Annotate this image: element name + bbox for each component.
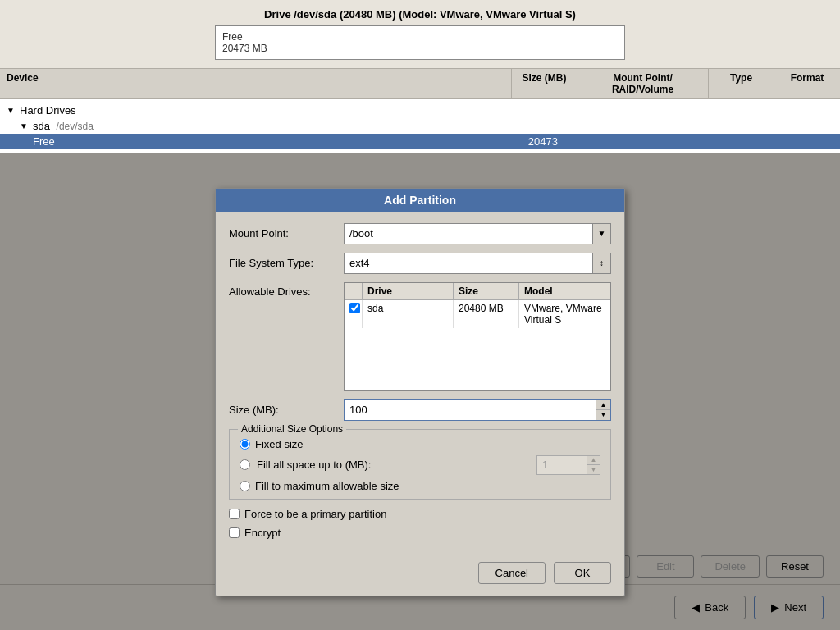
size-mb-label: Size (MB): <box>229 404 344 416</box>
drive-bar-value: 20473 MB <box>222 43 618 54</box>
expander-icon[interactable]: ▼ <box>7 106 20 115</box>
drives-col-check <box>345 283 363 299</box>
fs-type-select-container[interactable]: ext4ext3ext2xfsbtrfsswap ↕ <box>344 253 611 274</box>
hard-drives-group[interactable]: ▼ Hard Drives <box>0 103 840 118</box>
drives-table-header: Drive Size Model <box>345 283 610 300</box>
drive-checkbox[interactable] <box>349 303 360 313</box>
fill-space-input-container: 1 ▲ ▼ <box>536 455 600 475</box>
sda-row[interactable]: ▼ sda /dev/sda <box>0 118 840 134</box>
drive-name-cell: sda <box>363 300 454 328</box>
cancel-button[interactable]: Cancel <box>478 562 546 584</box>
col-size: Size (MB) <box>512 69 578 98</box>
add-partition-dialog: Add Partition Mount Point: /boot//homesw… <box>215 188 625 596</box>
fixed-size-label: Fixed size <box>255 438 304 450</box>
drive-size-cell: 20480 MB <box>454 300 519 328</box>
sda-label: sda /dev/sda <box>33 120 833 132</box>
drives-col-size: Size <box>454 283 519 299</box>
drive-bar: Free 20473 MB <box>215 25 625 60</box>
encrypt-label: Encrypt <box>244 527 281 539</box>
drives-table-body: sda 20480 MB VMware, VMware Virtual S <box>345 300 610 390</box>
force-primary-label: Force to be a primary partition <box>244 508 386 520</box>
col-format: Format <box>774 69 840 98</box>
content-area: Create Edit Delete Reset ◀ Back ▶ Next A… <box>0 153 840 630</box>
allowable-drives-label: Allowable Drives: <box>229 282 344 298</box>
additional-size-title: Additional Size Options <box>238 423 346 435</box>
mount-point-select[interactable]: /boot//homeswap <box>345 224 592 244</box>
drive-model-cell: VMware, VMware Virtual S <box>519 300 610 328</box>
size-mb-input[interactable]: 100 <box>345 400 596 420</box>
drive-bar-label: Free <box>222 31 618 43</box>
fill-space-radio[interactable] <box>240 459 250 470</box>
fixed-size-row: Fixed size <box>240 438 600 450</box>
free-size: 20473 <box>505 135 571 148</box>
col-mount: Mount Point/ RAID/Volume <box>578 69 709 98</box>
encrypt-row: Encrypt <box>229 527 611 539</box>
drive-title: Drive /dev/sda (20480 MB) (Model: VMware… <box>264 8 576 21</box>
fill-max-row: Fill to maximum allowable size <box>240 480 600 492</box>
fs-type-label: File System Type: <box>229 257 344 269</box>
fixed-size-radio[interactable] <box>240 439 250 450</box>
free-label: Free <box>33 135 505 148</box>
table-row: sda 20480 MB VMware, VMware Virtual S <box>345 300 610 328</box>
size-mb-input-container[interactable]: 100 ▲ ▼ <box>344 399 611 421</box>
hard-drives-label: Hard Drives <box>20 104 833 116</box>
partition-table-area: Device Size (MB) Mount Point/ RAID/Volum… <box>0 69 840 153</box>
dialog-footer: Cancel OK <box>216 557 624 596</box>
dialog-title: Add Partition <box>216 189 624 212</box>
mount-point-arrow-icon[interactable]: ▼ <box>592 224 610 244</box>
size-mb-down-button[interactable]: ▼ <box>596 410 610 420</box>
modal-overlay: Add Partition Mount Point: /boot//homesw… <box>0 153 840 630</box>
dialog-body: Mount Point: /boot//homeswap ▼ File Syst… <box>216 212 624 557</box>
encrypt-checkbox[interactable] <box>229 527 240 538</box>
fill-up-button: ▲ <box>587 456 600 466</box>
force-primary-checkbox[interactable] <box>229 509 240 519</box>
drives-table: Drive Size Model sda 20480 <box>344 282 611 391</box>
drive-info-panel: Drive /dev/sda (20480 MB) (Model: VMware… <box>0 0 840 69</box>
fs-type-arrow-icon[interactable]: ↕ <box>592 253 610 273</box>
table-header: Device Size (MB) Mount Point/ RAID/Volum… <box>0 69 840 99</box>
ok-button[interactable]: OK <box>554 562 611 584</box>
drives-col-drive: Drive <box>363 283 454 299</box>
fs-type-row: File System Type: ext4ext3ext2xfsbtrfssw… <box>229 253 611 274</box>
allowable-drives-row: Allowable Drives: Drive Size Model <box>229 282 611 391</box>
mount-point-label: Mount Point: <box>229 227 344 240</box>
mount-point-select-container[interactable]: /boot//homeswap ▼ <box>344 223 611 244</box>
sda-expander-icon[interactable]: ▼ <box>20 121 33 130</box>
fill-space-input: 1 <box>537 456 587 474</box>
additional-size-group: Additional Size Options Fixed size Fill … <box>229 429 611 500</box>
size-mb-spinner[interactable]: ▲ ▼ <box>596 400 610 420</box>
drive-check-cell[interactable] <box>345 300 363 328</box>
col-type: Type <box>709 69 774 98</box>
fill-max-label: Fill to maximum allowable size <box>255 480 399 492</box>
col-device: Device <box>0 69 512 98</box>
drives-col-model: Model <box>519 283 610 299</box>
mount-point-row: Mount Point: /boot//homeswap ▼ <box>229 223 611 244</box>
fill-down-button: ▼ <box>587 465 600 474</box>
fill-space-label: Fill all space up to (MB): <box>257 459 371 471</box>
free-row[interactable]: Free 20473 <box>0 134 840 149</box>
partition-tree: ▼ Hard Drives ▼ sda /dev/sda Free 20473 <box>0 99 840 153</box>
force-primary-row: Force to be a primary partition <box>229 508 611 520</box>
fill-max-radio[interactable] <box>240 481 250 491</box>
size-mb-row: Size (MB): 100 ▲ ▼ <box>229 399 611 421</box>
fs-type-select[interactable]: ext4ext3ext2xfsbtrfsswap <box>345 253 592 273</box>
fill-space-spinner: ▲ ▼ <box>587 456 600 474</box>
size-mb-up-button[interactable]: ▲ <box>596 400 610 411</box>
fill-space-row: Fill all space up to (MB): 1 ▲ ▼ <box>240 455 600 475</box>
sda-path: /dev/sda <box>57 121 94 132</box>
